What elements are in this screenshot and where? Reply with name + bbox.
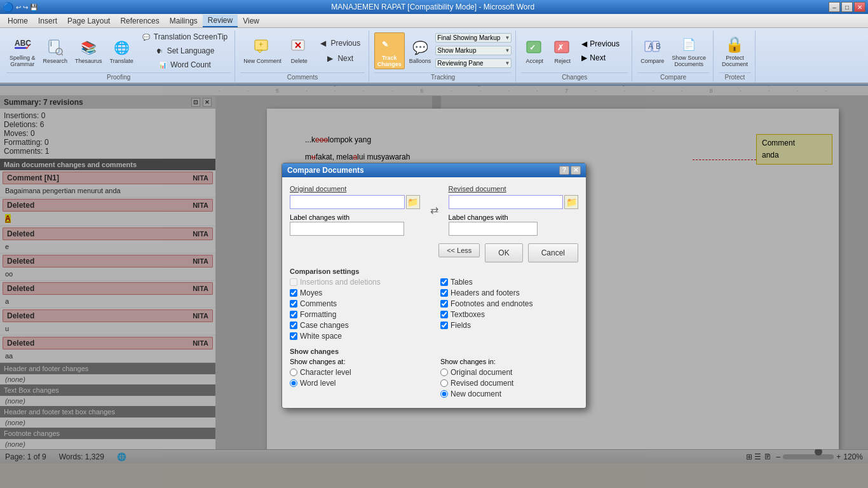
proofing-label: Proofing (6, 72, 231, 81)
less-button[interactable]: << Less (438, 243, 480, 257)
tracking-label: Tracking (374, 72, 512, 81)
revised-label-changes-input[interactable] (449, 222, 538, 236)
cb-tables-label: Tables (451, 278, 473, 287)
dialog-body: Original document 📁 Label changes with ⇄… (282, 177, 586, 408)
accept-icon: ✓ (524, 37, 545, 58)
cb-case-input[interactable] (290, 322, 297, 329)
show-changes-in-label: Show changes in: (440, 358, 578, 365)
next-comment-button[interactable]: ▶ Next (314, 52, 365, 65)
radio-new-input[interactable] (440, 390, 448, 398)
maximize-button[interactable]: □ (841, 2, 853, 12)
menu-page-layout[interactable]: Page Layout (62, 15, 115, 27)
balloons-button[interactable]: 💬 Balloons (406, 35, 435, 67)
original-label-changes-input[interactable] (290, 222, 404, 236)
reject-change-button[interactable]: ✗ Reject (549, 35, 576, 67)
show-markup-label: Show Markup (437, 47, 476, 54)
spell-check-button[interactable]: ABC✓ Spelling &Grammar (6, 32, 39, 69)
revised-doc-browse[interactable]: 📁 (564, 195, 578, 209)
menu-references[interactable]: References (115, 15, 164, 27)
svg-text:✗: ✗ (557, 43, 564, 52)
cb-whitespace-label: White space (300, 332, 342, 341)
cb-tables-input[interactable] (440, 278, 448, 286)
cb-textboxes-input[interactable] (440, 311, 448, 318)
protect-document-button[interactable]: 🔒 Protect Document (719, 32, 751, 69)
menu-home[interactable]: Home (3, 15, 33, 27)
show-markup-dropdown[interactable]: Show Markup ▼ (435, 46, 512, 55)
radio-character-input[interactable] (290, 369, 297, 376)
cb-formatting-input[interactable] (290, 311, 297, 318)
dialog-overlay[interactable]: Compare Documents ? ✕ Original document … (0, 83, 868, 488)
menu-mailings[interactable]: Mailings (165, 15, 203, 27)
show-source-docs-button[interactable]: 📄 Show Source Documents (668, 32, 709, 69)
compare-button[interactable]: AB Compare (637, 35, 667, 67)
radio-character-row: Character level (290, 368, 428, 377)
final-markup-dropdown[interactable]: Final Showing Markup ▼ (435, 33, 512, 43)
cb-case-label: Case changes (300, 321, 349, 330)
reviewing-pane-dropdown[interactable]: Reviewing Pane ▼ (435, 58, 512, 68)
dialog-help-button[interactable]: ? (559, 166, 569, 175)
original-doc-browse[interactable]: 📁 (406, 195, 420, 209)
final-markup-label: Final Showing Markup (437, 34, 500, 41)
menu-view[interactable]: View (238, 15, 264, 27)
show-changes-cols: Show changes at: Character level Word le… (290, 358, 578, 400)
window-controls: – □ ✕ (829, 2, 865, 12)
revised-label-changes-text: Label changes with (449, 214, 508, 221)
translation-screentip-button[interactable]: 💬 Translation ScreenTip (138, 30, 231, 43)
track-changes-button[interactable]: ✎ Track Changes (374, 32, 405, 69)
ok-button[interactable]: OK (485, 243, 522, 262)
menu-insert[interactable]: Insert (33, 15, 62, 27)
next-change-label: Next (590, 53, 606, 62)
previous-change-button[interactable]: ◀ Previous (577, 37, 628, 50)
cb-footnotes-input[interactable] (440, 300, 448, 308)
title-bar-left: 🔵 ↩ ↪ 💾 (3, 2, 37, 12)
svg-text:✎: ✎ (382, 40, 388, 49)
svg-text:B: B (656, 42, 661, 51)
original-doc-input[interactable] (290, 195, 405, 209)
ribbon-group-proofing: ABC✓ Spelling &Grammar i Research 📚 Thes… (3, 30, 235, 82)
show-changes-at-label: Show changes at: (290, 358, 428, 365)
set-language-button[interactable]: 🗣 Set Language (138, 44, 231, 57)
cb-moyes-input[interactable] (290, 289, 297, 297)
close-button[interactable]: ✕ (854, 2, 865, 12)
svg-line-6 (62, 54, 63, 56)
word-count-icon: 📊 (158, 60, 168, 70)
previous-comment-button[interactable]: ◀ Previous (314, 37, 365, 50)
cb-footnotes-label: Footnotes and endnotes (451, 299, 532, 308)
minimize-button[interactable]: – (829, 2, 840, 12)
radio-word-input[interactable] (290, 379, 297, 387)
radio-original-label: Original document (451, 368, 512, 377)
changes-label: Changes (521, 72, 628, 81)
cb-comments-input[interactable] (290, 300, 297, 308)
window-title: MANAJEMEN RAPAT [Compatibility Mode] - M… (37, 3, 829, 11)
cb-insertions-input[interactable] (290, 278, 297, 286)
delete-comment-button[interactable]: Delete (286, 35, 313, 67)
accept-change-button[interactable]: ✓ Accept (521, 35, 548, 67)
cancel-button[interactable]: Cancel (528, 243, 578, 262)
show-source-docs-label: Show Source Documents (672, 55, 706, 67)
ribbon-group-compare: AB Compare 📄 Show Source Documents Compa… (634, 30, 714, 82)
prev-comment-label: Previous (330, 39, 360, 48)
dialog-close-button[interactable]: ✕ (571, 166, 581, 175)
ribbon-group-tracking: ✎ Track Changes 💬 Balloons Final Showing… (370, 30, 517, 82)
thesaurus-button[interactable]: 📚 Thesaurus (72, 35, 105, 67)
next-change-button[interactable]: ▶ Next (577, 51, 628, 64)
cb-headers-label: Headers and footers (451, 288, 520, 297)
translation-screentip-icon: 💬 (141, 32, 151, 42)
cb-headers-footers: Headers and footers (440, 288, 578, 297)
revised-doc-input[interactable] (449, 195, 564, 209)
research-button[interactable]: i Research (40, 35, 71, 67)
protect-icon: 🔒 (724, 34, 745, 55)
radio-original-input[interactable] (440, 369, 448, 376)
word-count-button[interactable]: 📊 Word Count (138, 58, 231, 71)
cb-whitespace-input[interactable] (290, 332, 297, 340)
cb-fields-input[interactable] (440, 322, 448, 329)
new-comment-button[interactable]: + New Comment (240, 35, 285, 67)
translate-button[interactable]: 🌐 Translate (107, 35, 137, 67)
menu-review[interactable]: Review (203, 15, 238, 27)
translate-icon: 🌐 (111, 37, 132, 58)
comparison-left-col: Insertions and deletions Moyes Comments … (290, 278, 428, 342)
radio-revised-input[interactable] (440, 379, 448, 387)
cb-headers-input[interactable] (440, 289, 448, 297)
dialog-docs-row: Original document 📁 Label changes with ⇄… (290, 185, 578, 236)
dialog-ok-cancel-row: << Less OK Cancel (290, 243, 578, 262)
